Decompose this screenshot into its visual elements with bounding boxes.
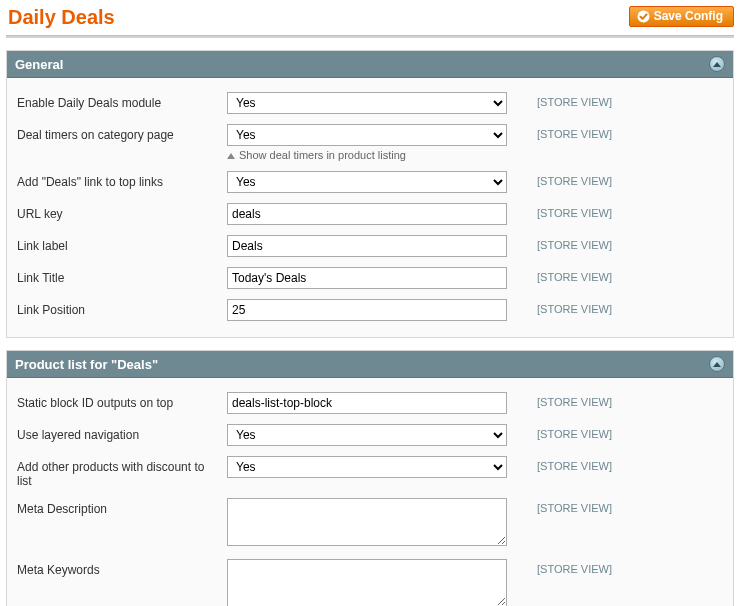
label-urlkey: URL key [17,203,227,221]
scope-label: [STORE VIEW] [537,498,612,514]
label-staticblock: Static block ID outputs on top [17,392,227,410]
input-staticblock[interactable] [227,392,507,414]
label-addother: Add other products with discount to list [17,456,227,488]
select-addother[interactable]: Yes [227,456,507,478]
triangle-up-icon [227,153,235,159]
label-metadesc: Meta Description [17,498,227,516]
save-button-label: Save Config [654,9,723,23]
textarea-metakeys[interactable] [227,559,507,606]
scope-label: [STORE VIEW] [537,299,612,315]
scope-label: [STORE VIEW] [537,203,612,219]
select-addlink[interactable]: Yes [227,171,507,193]
scope-label: [STORE VIEW] [537,424,612,440]
header-divider [6,35,734,38]
collapse-icon[interactable] [709,56,725,72]
comment-timers: Show deal timers in product listing [227,146,507,161]
section-product-list: Product list for "Deals" Static block ID… [6,350,734,606]
scope-label: [STORE VIEW] [537,267,612,283]
label-addlink: Add "Deals" link to top links [17,171,227,189]
input-linktitle[interactable] [227,267,507,289]
scope-label: [STORE VIEW] [537,171,612,187]
section-general: General Enable Daily Deals module Yes [S… [6,50,734,338]
select-layered[interactable]: Yes [227,424,507,446]
select-timers[interactable]: Yes [227,124,507,146]
collapse-icon[interactable] [709,356,725,372]
textarea-metadesc[interactable] [227,498,507,546]
scope-label: [STORE VIEW] [537,456,612,472]
page-title: Daily Deals [6,6,115,29]
input-linklabel[interactable] [227,235,507,257]
input-linkposition[interactable] [227,299,507,321]
label-linkposition: Link Position [17,299,227,317]
section-header-general[interactable]: General [7,51,733,78]
section-title: Product list for "Deals" [15,357,158,372]
label-enable: Enable Daily Deals module [17,92,227,110]
scope-label: [STORE VIEW] [537,124,612,140]
label-timers: Deal timers on category page [17,124,227,142]
label-layered: Use layered navigation [17,424,227,442]
label-linktitle: Link Title [17,267,227,285]
check-icon [637,10,650,23]
scope-label: [STORE VIEW] [537,92,612,108]
save-config-button[interactable]: Save Config [629,6,734,27]
label-metakeys: Meta Keywords [17,559,227,577]
select-enable[interactable]: Yes [227,92,507,114]
scope-label: [STORE VIEW] [537,559,612,575]
input-urlkey[interactable] [227,203,507,225]
scope-label: [STORE VIEW] [537,235,612,251]
section-header-product-list[interactable]: Product list for "Deals" [7,351,733,378]
scope-label: [STORE VIEW] [537,392,612,408]
label-linklabel: Link label [17,235,227,253]
section-title: General [15,57,63,72]
